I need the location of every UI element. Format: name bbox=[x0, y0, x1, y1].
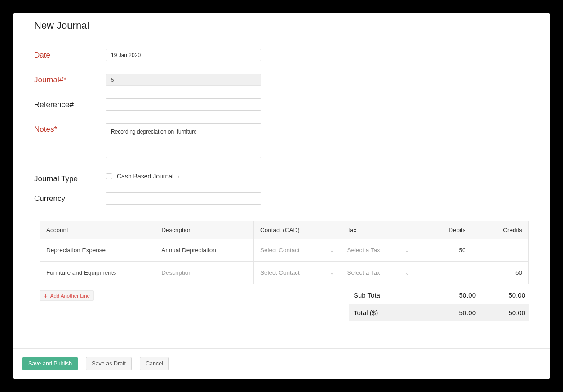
cancel-button[interactable]: Cancel bbox=[140, 357, 169, 370]
subtotal-label: Sub Total bbox=[354, 291, 426, 299]
add-another-line-button[interactable]: + Add Another Line bbox=[40, 290, 94, 301]
cell-debit[interactable]: 50 bbox=[416, 239, 472, 262]
cell-credit[interactable]: 50 bbox=[472, 262, 529, 284]
notes-label: Notes* bbox=[34, 123, 106, 134]
field-row-reference: Reference# bbox=[34, 98, 529, 111]
total-credit: 50.00 bbox=[476, 309, 525, 316]
journal-number-label: Journal#* bbox=[34, 74, 106, 85]
save-as-draft-button[interactable]: Save as Draft bbox=[86, 357, 132, 370]
journal-type-control: Cash Based Journal i bbox=[106, 173, 261, 180]
page-header: New Journal bbox=[13, 13, 550, 39]
date-control bbox=[106, 49, 261, 61]
col-header-account: Account bbox=[40, 221, 155, 239]
subtotal-debit: 50.00 bbox=[426, 291, 476, 299]
reference-input[interactable] bbox=[106, 98, 261, 111]
journal-number-value: 5 bbox=[111, 77, 114, 83]
line-items-section: Account Description Contact (CAD) Tax De… bbox=[40, 221, 529, 321]
field-row-date: Date bbox=[34, 49, 529, 61]
cell-account[interactable]: Furniture and Equipments bbox=[40, 262, 155, 284]
cell-credit[interactable] bbox=[472, 239, 529, 262]
totals-block: Sub Total 50.00 50.00 Total ($) 50.00 50… bbox=[349, 286, 529, 321]
col-header-contact: Contact (CAD) bbox=[253, 221, 341, 239]
journal-number-input[interactable]: 5 bbox=[106, 74, 261, 86]
col-header-description: Description bbox=[155, 221, 254, 239]
notes-control bbox=[106, 123, 261, 160]
total-label: Total ($) bbox=[354, 309, 426, 316]
date-label: Date bbox=[34, 49, 106, 60]
col-header-tax: Tax bbox=[341, 221, 416, 239]
contact-placeholder: Select Contact bbox=[260, 269, 300, 276]
currency-label: Currency bbox=[34, 192, 106, 203]
field-row-currency: Currency bbox=[34, 192, 529, 205]
field-row-notes: Notes* bbox=[34, 123, 529, 160]
total-row: Total ($) 50.00 50.00 bbox=[349, 304, 529, 321]
journal-number-control: 5 bbox=[106, 74, 261, 86]
cell-contact[interactable]: Select Contact ⌄ bbox=[253, 262, 341, 284]
line-items-table: Account Description Contact (CAD) Tax De… bbox=[40, 221, 529, 284]
date-input[interactable] bbox=[106, 49, 261, 61]
cell-description[interactable]: Description bbox=[155, 262, 254, 284]
cell-contact[interactable]: Select Contact ⌄ bbox=[253, 239, 341, 262]
total-debit: 50.00 bbox=[426, 309, 476, 316]
currency-input[interactable] bbox=[106, 192, 261, 205]
field-row-journal-number: Journal#* 5 bbox=[34, 74, 529, 86]
chevron-down-icon: ⌄ bbox=[405, 270, 409, 276]
chevron-down-icon: ⌄ bbox=[330, 270, 334, 276]
journal-type-label: Journal Type bbox=[34, 173, 106, 183]
cell-description[interactable]: Annual Depreciation bbox=[155, 239, 254, 262]
info-icon[interactable]: i bbox=[178, 174, 179, 179]
plus-icon: + bbox=[44, 292, 48, 299]
subtotal-credit: 50.00 bbox=[476, 291, 525, 299]
reference-label: Reference# bbox=[34, 98, 106, 109]
contact-placeholder: Select Contact bbox=[260, 247, 300, 254]
cell-account[interactable]: Depreciation Expense bbox=[40, 239, 155, 262]
cash-based-checkbox-label: Cash Based Journal bbox=[117, 173, 173, 180]
chevron-down-icon: ⌄ bbox=[405, 247, 409, 254]
currency-control bbox=[106, 192, 261, 205]
form-content: Date Journal#* 5 Reference# Notes* bbox=[13, 39, 550, 348]
app-window: New Journal Date Journal#* 5 Reference# bbox=[13, 13, 550, 379]
tax-placeholder: Select a Tax bbox=[347, 269, 380, 276]
page-title: New Journal bbox=[34, 20, 529, 31]
cash-based-checkbox[interactable] bbox=[106, 173, 112, 179]
col-header-debits: Debits bbox=[416, 221, 472, 239]
tax-placeholder: Select a Tax bbox=[347, 247, 380, 254]
reference-control bbox=[106, 98, 261, 111]
add-line-label: Add Another Line bbox=[50, 293, 90, 298]
cell-tax[interactable]: Select a Tax ⌄ bbox=[341, 262, 416, 284]
field-row-journal-type: Journal Type Cash Based Journal i bbox=[34, 173, 529, 183]
subtotal-row: Sub Total 50.00 50.00 bbox=[349, 286, 529, 304]
chevron-down-icon: ⌄ bbox=[330, 247, 334, 254]
save-and-publish-button[interactable]: Save and Publish bbox=[22, 357, 78, 370]
cell-debit[interactable] bbox=[416, 262, 472, 284]
table-row: Furniture and Equipments Description Sel… bbox=[40, 262, 529, 284]
cell-tax[interactable]: Select a Tax ⌄ bbox=[341, 239, 416, 262]
notes-input[interactable] bbox=[106, 123, 261, 158]
col-header-credits: Credits bbox=[472, 221, 529, 239]
footer-actions: Save and Publish Save as Draft Cancel bbox=[13, 348, 550, 379]
table-row: Depreciation Expense Annual Depreciation… bbox=[40, 239, 529, 262]
table-header-row: Account Description Contact (CAD) Tax De… bbox=[40, 221, 529, 239]
